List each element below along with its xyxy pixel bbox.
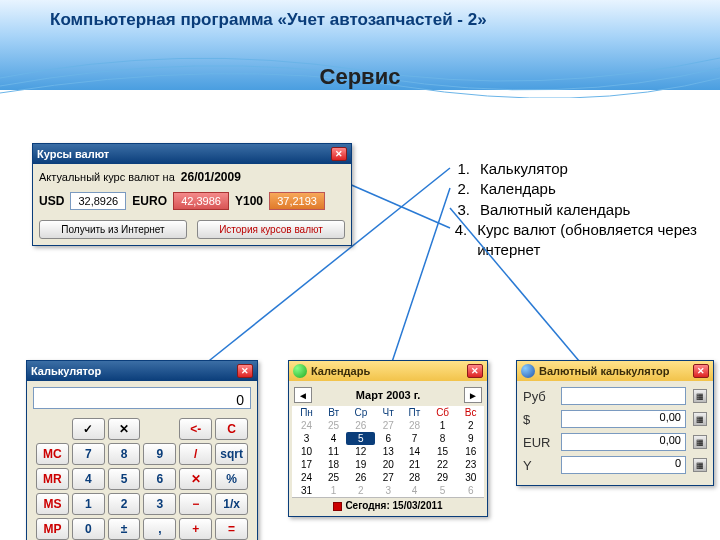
calendar-day[interactable]: 26 xyxy=(346,471,375,484)
calendar-day[interactable]: 10 xyxy=(292,445,321,458)
prev-month-button[interactable]: ◄ xyxy=(294,387,312,403)
calc-key[interactable]: 4 xyxy=(72,468,105,490)
close-icon[interactable]: ✕ xyxy=(237,364,253,378)
calendar-day[interactable]: 9 xyxy=(457,432,484,445)
calc-popup-icon[interactable]: ▦ xyxy=(693,435,707,449)
calendar-day[interactable]: 20 xyxy=(375,458,401,471)
calc-key[interactable]: ± xyxy=(108,518,141,540)
calc-key[interactable]: / xyxy=(179,443,212,465)
calendar-day[interactable]: 15 xyxy=(428,445,458,458)
currency-input[interactable]: 0,00 xyxy=(561,410,686,428)
calc-key[interactable]: <- xyxy=(179,418,212,440)
calc-popup-icon[interactable]: ▦ xyxy=(693,389,707,403)
calc-key[interactable]: 0 xyxy=(72,518,105,540)
currency-input[interactable]: 0,00 xyxy=(561,433,686,451)
calc-key[interactable]: 1/x xyxy=(215,493,248,515)
currency-rate[interactable]: 42,3986 xyxy=(173,192,229,210)
calendar-day[interactable]: 28 xyxy=(401,419,428,432)
calendar-day[interactable]: 25 xyxy=(321,419,346,432)
calendar-day[interactable]: 12 xyxy=(346,445,375,458)
calendar-day[interactable]: 4 xyxy=(401,484,428,497)
calendar-day[interactable]: 6 xyxy=(375,432,401,445)
calendar-day[interactable]: 17 xyxy=(292,458,321,471)
titlebar[interactable]: Календарь ✕ xyxy=(289,361,487,381)
calc-key[interactable]: ✕ xyxy=(108,418,141,440)
calendar-day[interactable]: 25 xyxy=(321,471,346,484)
window-title: Календарь xyxy=(311,365,370,377)
calendar-day[interactable]: 30 xyxy=(457,471,484,484)
calc-key[interactable]: sqrt xyxy=(215,443,248,465)
calc-key[interactable]: MC xyxy=(36,443,69,465)
calendar-day[interactable]: 27 xyxy=(375,419,401,432)
currency-rate[interactable]: 32,8926 xyxy=(70,192,126,210)
calendar-day[interactable]: 19 xyxy=(346,458,375,471)
calc-key[interactable]: 9 xyxy=(143,443,176,465)
calendar-day[interactable]: 5 xyxy=(428,484,458,497)
calendar-day[interactable]: 2 xyxy=(346,484,375,497)
titlebar[interactable]: Калькулятор ✕ xyxy=(27,361,257,381)
calc-popup-icon[interactable]: ▦ xyxy=(693,412,707,426)
window-title: Курсы валют xyxy=(37,148,109,160)
titlebar[interactable]: Валютный калькулятор ✕ xyxy=(517,361,713,381)
next-month-button[interactable]: ► xyxy=(464,387,482,403)
calendar-day[interactable]: 27 xyxy=(375,471,401,484)
currency-input[interactable] xyxy=(561,387,686,405)
calendar-day[interactable]: 29 xyxy=(428,471,458,484)
calc-key[interactable]: 8 xyxy=(108,443,141,465)
calendar-day[interactable]: 24 xyxy=(292,471,321,484)
titlebar[interactable]: Курсы валют ✕ xyxy=(33,144,351,164)
calendar-day[interactable]: 2 xyxy=(457,419,484,432)
calendar-day[interactable]: 23 xyxy=(457,458,484,471)
calc-key[interactable]: 2 xyxy=(108,493,141,515)
calc-key[interactable]: % xyxy=(215,468,248,490)
calendar-day[interactable]: 8 xyxy=(428,432,458,445)
calc-key[interactable]: MS xyxy=(36,493,69,515)
calendar-footer[interactable]: Сегодня: 15/03/2011 xyxy=(292,497,484,513)
calc-key[interactable]: , xyxy=(143,518,176,540)
calc-key[interactable]: 5 xyxy=(108,468,141,490)
window-calendar: Календарь ✕ ◄ Март 2003 г. ► ПнВтСрЧтПтС… xyxy=(288,360,488,517)
calendar-day[interactable]: 21 xyxy=(401,458,428,471)
get-from-internet-button[interactable]: Получить из Интернет xyxy=(39,220,187,239)
currency-input[interactable]: 0 xyxy=(561,456,686,474)
calendar-day[interactable]: 16 xyxy=(457,445,484,458)
calendar-icon xyxy=(293,364,307,378)
calc-key[interactable]: C xyxy=(215,418,248,440)
calendar-day[interactable]: 11 xyxy=(321,445,346,458)
calc-key[interactable]: 1 xyxy=(72,493,105,515)
calendar-day[interactable]: 7 xyxy=(401,432,428,445)
calendar-day[interactable]: 3 xyxy=(375,484,401,497)
calc-key[interactable]: MP xyxy=(36,518,69,540)
calendar-day[interactable]: 24 xyxy=(292,419,321,432)
calendar-day[interactable]: 31 xyxy=(292,484,321,497)
calc-key[interactable]: + xyxy=(179,518,212,540)
calc-key[interactable]: ✓ xyxy=(72,418,105,440)
calendar-day[interactable]: 4 xyxy=(321,432,346,445)
calendar-day[interactable]: 28 xyxy=(401,471,428,484)
currency-rate[interactable]: 37,2193 xyxy=(269,192,325,210)
close-icon[interactable]: ✕ xyxy=(693,364,709,378)
calendar-day[interactable]: 14 xyxy=(401,445,428,458)
calendar-day[interactable]: 26 xyxy=(346,419,375,432)
close-icon[interactable]: ✕ xyxy=(331,147,347,161)
calc-key[interactable]: 6 xyxy=(143,468,176,490)
calendar-day[interactable]: 6 xyxy=(457,484,484,497)
calc-key[interactable]: MR xyxy=(36,468,69,490)
calc-key[interactable]: − xyxy=(179,493,212,515)
calendar-day[interactable]: 1 xyxy=(321,484,346,497)
calendar-day[interactable]: 5 xyxy=(346,432,375,445)
close-icon[interactable]: ✕ xyxy=(467,364,483,378)
calc-key[interactable]: 7 xyxy=(72,443,105,465)
feature-list: 1.Калькулятор 2.Календарь 3.Валютный кал… xyxy=(452,159,720,260)
calc-key[interactable]: 3 xyxy=(143,493,176,515)
calendar-day[interactable]: 3 xyxy=(292,432,321,445)
feature-item: Калькулятор xyxy=(480,159,568,179)
calendar-day[interactable]: 13 xyxy=(375,445,401,458)
calc-popup-icon[interactable]: ▦ xyxy=(693,458,707,472)
calc-key[interactable]: = xyxy=(215,518,248,540)
calc-key[interactable]: ✕ xyxy=(179,468,212,490)
calendar-day[interactable]: 22 xyxy=(428,458,458,471)
calendar-day[interactable]: 18 xyxy=(321,458,346,471)
history-button[interactable]: История курсов валют xyxy=(197,220,345,239)
calendar-day[interactable]: 1 xyxy=(428,419,458,432)
